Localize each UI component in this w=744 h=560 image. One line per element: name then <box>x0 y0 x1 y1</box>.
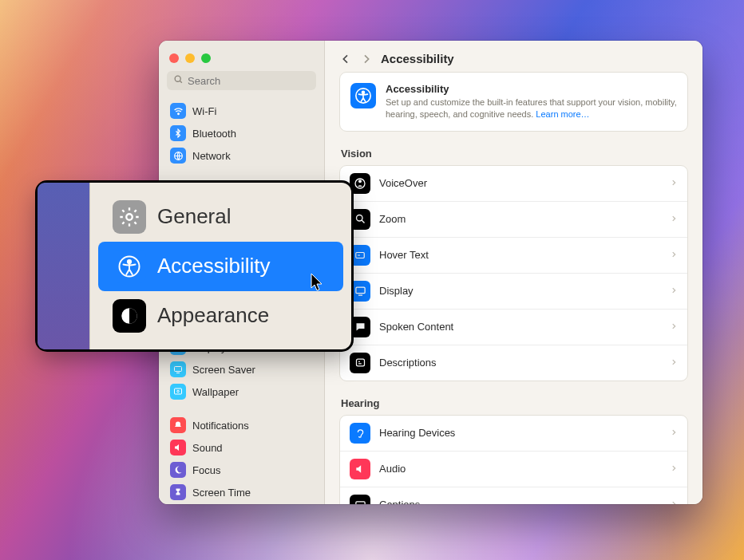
row-label: Hearing Devices <box>379 427 661 439</box>
row-label: Display <box>379 285 661 297</box>
chevron-right-icon <box>670 426 678 440</box>
row-hearing-devices[interactable]: Hearing Devices <box>340 416 687 452</box>
captions-icon <box>350 495 370 504</box>
section-label-vision: Vision <box>341 148 688 160</box>
bluetooth-icon <box>170 125 186 141</box>
page-title: Accessibility <box>381 52 454 65</box>
hover-text-icon <box>350 245 370 266</box>
svg-point-11 <box>359 180 362 183</box>
sidebar-item-bluetooth[interactable]: Bluetooth <box>165 122 318 144</box>
summary-title: Accessibility <box>386 83 677 95</box>
sidebar-item-label: Network <box>192 150 231 162</box>
svg-point-7 <box>177 390 180 392</box>
sidebar-item-label: Bluetooth <box>192 128 236 140</box>
summary-card: Accessibility Set up and customize the b… <box>339 72 688 132</box>
zoom-window-button[interactable] <box>201 53 211 63</box>
wifi-icon <box>170 103 186 119</box>
sidebar-item-sound[interactable]: Sound <box>165 436 318 459</box>
screen-time-icon <box>170 484 186 500</box>
sidebar-item-notifications[interactable]: Notifications <box>165 414 318 436</box>
chevron-right-icon <box>670 212 678 227</box>
row-audio[interactable]: Audio <box>340 452 687 487</box>
spoken-content-icon <box>350 317 370 337</box>
zoom-callout: General Accessibility Appearance <box>38 183 351 349</box>
row-label: Audio <box>379 463 661 475</box>
row-spoken-content[interactable]: Spoken Content <box>340 310 687 345</box>
row-label: Hover Text <box>379 249 661 261</box>
svg-rect-5 <box>175 367 182 372</box>
wallpaper-icon <box>170 384 186 400</box>
sidebar-item-screen-time[interactable]: Screen Time <box>165 481 318 503</box>
chevron-right-icon <box>670 498 678 504</box>
sidebar-item-label: Focus <box>192 464 220 476</box>
accessibility-icon <box>350 83 376 108</box>
row-label: Descriptions <box>379 357 661 369</box>
chevron-right-icon <box>670 176 678 191</box>
sidebar-item-label: Wi-Fi <box>192 105 216 117</box>
row-display[interactable]: Display <box>340 274 687 310</box>
hearing-devices-icon <box>350 423 370 444</box>
row-zoom[interactable]: Zoom <box>340 202 687 238</box>
chevron-right-icon <box>670 320 678 334</box>
zoom-icon <box>350 209 370 230</box>
row-label: Zoom <box>379 213 661 225</box>
sidebar-item-screen-saver[interactable]: Screen Saver <box>165 358 318 381</box>
svg-rect-16 <box>356 359 364 366</box>
notifications-icon <box>170 417 186 433</box>
summary-desc: Set up and customize the built-in featur… <box>386 97 677 119</box>
svg-line-13 <box>362 220 364 223</box>
search-field[interactable] <box>167 71 316 90</box>
close-window-button[interactable] <box>169 53 179 63</box>
svg-point-18 <box>126 214 132 219</box>
focus-icon <box>170 462 186 478</box>
row-label: Spoken Content <box>379 321 661 333</box>
section-label-hearing: Hearing <box>341 397 688 409</box>
row-voiceover[interactable]: VoiceOver <box>340 166 687 202</box>
content-pane: Accessibility Accessibility Set up and c… <box>325 41 702 504</box>
window-controls <box>159 49 324 71</box>
sidebar-item-label: Screen Saver <box>192 364 255 376</box>
svg-point-20 <box>128 259 131 262</box>
row-label: Captions <box>379 499 661 504</box>
chevron-right-icon <box>670 356 678 370</box>
row-descriptions[interactable]: Descriptions <box>340 345 687 381</box>
content-header: Accessibility <box>325 41 702 72</box>
svg-rect-17 <box>355 502 364 504</box>
callout-item-label: General <box>157 204 232 229</box>
descriptions-icon <box>350 353 370 373</box>
callout-item-general[interactable]: General <box>98 192 343 242</box>
vision-list: VoiceOver Zoom Hover Text <box>339 165 688 381</box>
row-label: VoiceOver <box>379 177 661 189</box>
sidebar-item-wifi[interactable]: Wi-Fi <box>165 100 318 122</box>
svg-line-1 <box>180 81 182 83</box>
callout-item-label: Appearance <box>157 303 269 328</box>
svg-point-0 <box>175 76 180 81</box>
chevron-right-icon <box>670 284 678 298</box>
sidebar-item-network[interactable]: Network <box>165 144 318 167</box>
search-input[interactable] <box>188 75 310 87</box>
audio-icon <box>350 459 370 479</box>
sidebar-item-label: Notifications <box>192 420 249 432</box>
hearing-list: Hearing Devices Audio Captions <box>339 415 688 504</box>
sidebar-item-label: Wallpaper <box>192 386 239 398</box>
callout-item-accessibility[interactable]: Accessibility <box>98 242 343 291</box>
sidebar-item-wallpaper[interactable]: Wallpaper <box>165 381 318 403</box>
row-captions[interactable]: Captions <box>340 487 687 504</box>
row-hover-text[interactable]: Hover Text <box>340 238 687 274</box>
nav-forward-button <box>360 53 373 65</box>
callout-item-appearance[interactable]: Appearance <box>98 291 343 341</box>
chevron-right-icon <box>670 248 678 262</box>
sidebar-item-label: Screen Time <box>192 487 251 499</box>
learn-more-link[interactable]: Learn more… <box>536 109 589 119</box>
gear-icon <box>113 200 146 234</box>
nav-back-button[interactable] <box>339 53 352 65</box>
sidebar-item-focus[interactable]: Focus <box>165 459 318 481</box>
accessibility-icon <box>113 250 146 283</box>
svg-rect-6 <box>175 388 182 394</box>
svg-rect-15 <box>355 287 364 294</box>
search-icon <box>173 74 188 87</box>
svg-point-2 <box>177 112 179 114</box>
minimize-window-button[interactable] <box>185 53 195 63</box>
sidebar-item-label: Sound <box>192 442 223 454</box>
display-icon <box>350 281 370 302</box>
